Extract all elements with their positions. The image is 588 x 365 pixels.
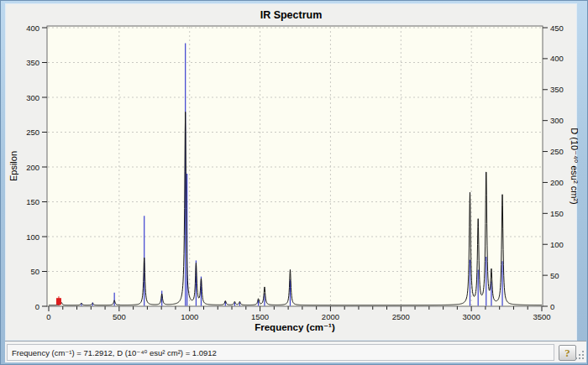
left-axis: 050100150200250300350400Epsilon: [8, 24, 47, 311]
svg-text:2500: 2500: [392, 312, 410, 321]
svg-text:150: 150: [26, 197, 39, 206]
svg-text:50: 50: [30, 267, 39, 276]
svg-text:400: 400: [26, 24, 39, 33]
svg-text:450: 450: [550, 24, 564, 33]
svg-text:300: 300: [550, 116, 564, 125]
help-button[interactable]: ?: [559, 345, 576, 361]
status-bar: Frequency (cm⁻¹) = 71.2912, D (10⁻⁴⁰ esu…: [5, 341, 586, 362]
chart-title: IR Spectrum: [6, 6, 576, 24]
svg-text:500: 500: [113, 312, 126, 321]
right-axis: 050100150200250300350400450D (10⁻⁴⁰ esu²…: [543, 24, 578, 311]
svg-text:1500: 1500: [251, 312, 269, 321]
right-axis-title: D (10⁻⁴⁰ esu² cm²): [570, 128, 578, 204]
svg-text:350: 350: [26, 58, 39, 67]
question-icon: ?: [564, 347, 570, 359]
svg-text:2000: 2000: [322, 312, 339, 321]
left-axis-title: Epsilon: [8, 151, 18, 181]
svg-text:200: 200: [26, 163, 39, 172]
svg-text:50: 50: [550, 271, 559, 280]
svg-text:200: 200: [550, 178, 564, 187]
svg-text:0: 0: [46, 312, 50, 321]
svg-text:3500: 3500: [533, 312, 550, 321]
x-axis-title: Frequency (cm⁻¹): [255, 322, 335, 332]
svg-text:100: 100: [550, 240, 564, 249]
svg-text:0: 0: [550, 302, 554, 311]
svg-text:150: 150: [550, 209, 564, 218]
svg-text:100: 100: [26, 232, 39, 242]
svg-text:400: 400: [550, 54, 564, 63]
svg-text:250: 250: [550, 147, 564, 156]
ir-spectrum-chart[interactable]: 0500100015002000250030003500Frequency (c…: [6, 24, 578, 341]
ir-spectrum-window: IR Spectrum 0500100015002000250030003500…: [0, 0, 588, 365]
svg-text:300: 300: [26, 93, 39, 102]
svg-text:0: 0: [35, 302, 39, 311]
svg-text:250: 250: [26, 128, 39, 137]
x-axis: 0500100015002000250030003500Frequency (c…: [46, 306, 550, 332]
chart-panel: IR Spectrum 0500100015002000250030003500…: [5, 3, 577, 341]
svg-text:1000: 1000: [181, 312, 198, 321]
resize-grip-icon[interactable]: [575, 350, 585, 361]
svg-text:3000: 3000: [463, 312, 480, 321]
svg-text:350: 350: [550, 85, 564, 94]
cursor-readout: Frequency (cm⁻¹) = 71.2912, D (10⁻⁴⁰ esu…: [7, 344, 554, 361]
